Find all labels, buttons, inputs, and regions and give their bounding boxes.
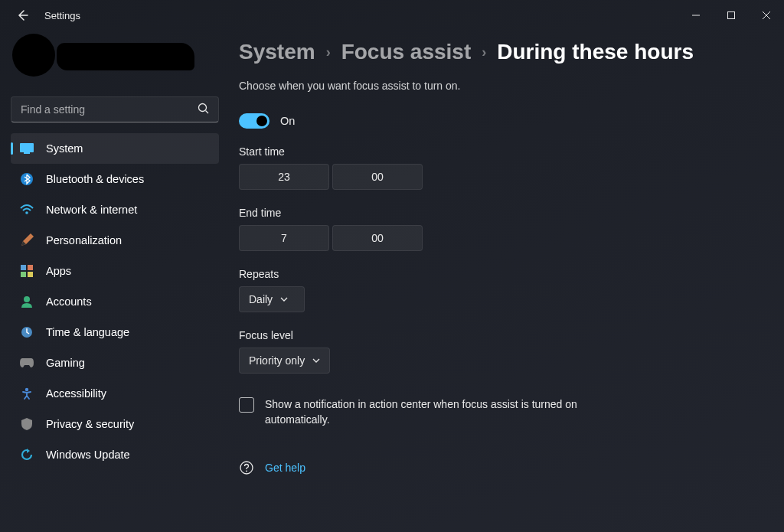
maximize-icon — [727, 11, 735, 19]
sidebar-item-personalization[interactable]: Personalization — [11, 225, 219, 256]
accessibility-icon — [18, 385, 35, 402]
svg-point-10 — [24, 296, 30, 302]
chevron-right-icon: › — [482, 44, 486, 60]
sidebar-item-label: Apps — [46, 265, 71, 277]
time-language-icon — [18, 324, 35, 341]
search-input[interactable] — [11, 96, 219, 122]
sidebar-item-label: Network & internet — [46, 204, 137, 216]
sidebar-item-network[interactable]: Network & internet — [11, 194, 219, 225]
sidebar-item-label: Accounts — [46, 295, 92, 308]
svg-rect-8 — [21, 272, 26, 277]
sidebar-item-system[interactable]: System — [11, 133, 219, 164]
sidebar-item-accounts[interactable]: Accounts — [11, 286, 219, 317]
back-button[interactable] — [11, 4, 34, 27]
windows-update-icon — [18, 446, 35, 463]
svg-rect-9 — [28, 272, 33, 277]
sidebar-item-label: Gaming — [46, 357, 85, 369]
sidebar-item-label: Accessibility — [46, 387, 106, 400]
end-time-label: End time — [239, 207, 769, 219]
chevron-down-icon — [280, 297, 288, 302]
start-minute-selector[interactable]: 00 — [332, 164, 423, 190]
svg-point-14 — [246, 470, 247, 472]
end-minute-selector[interactable]: 00 — [332, 225, 423, 251]
focus-level-label: Focus level — [239, 329, 769, 341]
sidebar-item-apps[interactable]: Apps — [11, 256, 219, 286]
sidebar-item-privacy[interactable]: Privacy & security — [11, 409, 219, 439]
on-toggle[interactable] — [239, 113, 270, 129]
sidebar-item-bluetooth[interactable]: Bluetooth & devices — [11, 164, 219, 194]
sidebar-item-label: Windows Update — [46, 449, 130, 461]
privacy-icon — [18, 416, 35, 432]
svg-point-5 — [25, 211, 28, 214]
accounts-icon — [18, 293, 35, 310]
repeats-dropdown[interactable]: Daily — [239, 286, 305, 312]
maximize-button[interactable] — [714, 0, 749, 31]
sidebar-item-label: Privacy & security — [46, 418, 134, 430]
sidebar-item-label: Bluetooth & devices — [46, 173, 144, 185]
sidebar-item-label: Personalization — [46, 234, 122, 246]
svg-point-12 — [25, 388, 28, 391]
svg-rect-0 — [728, 12, 735, 19]
sidebar-item-windows-update[interactable]: Windows Update — [11, 439, 219, 470]
breadcrumb-system[interactable]: System — [239, 40, 315, 64]
sidebar: System Bluetooth & devices Network & int… — [0, 31, 230, 532]
system-icon — [18, 140, 35, 157]
svg-point-1 — [199, 104, 207, 112]
breadcrumb-focus-assist[interactable]: Focus assist — [341, 40, 472, 64]
svg-rect-2 — [20, 143, 34, 152]
minimize-button[interactable] — [678, 0, 714, 31]
sidebar-item-time-language[interactable]: Time & language — [11, 317, 219, 348]
user-profile-block[interactable] — [11, 34, 219, 87]
toggle-knob — [256, 116, 267, 126]
search-icon — [198, 103, 210, 115]
gaming-icon — [18, 354, 35, 371]
page-subtitle: Choose when you want focus assist to tur… — [239, 80, 769, 92]
titlebar: Settings — [0, 0, 784, 31]
back-arrow-icon — [16, 9, 28, 21]
window-controls — [678, 0, 784, 31]
focus-level-dropdown[interactable]: Priority only — [239, 348, 330, 374]
start-hour-selector[interactable]: 23 — [239, 164, 329, 190]
end-hour-selector[interactable]: 7 — [239, 225, 329, 251]
repeats-value: Daily — [249, 293, 273, 305]
svg-rect-7 — [28, 265, 33, 270]
network-icon — [18, 201, 35, 218]
sidebar-item-label: System — [46, 142, 83, 155]
breadcrumb-during-hours: During these hours — [497, 40, 694, 64]
sidebar-item-gaming[interactable]: Gaming — [11, 348, 219, 378]
main-content: System › Focus assist › During these hou… — [230, 31, 784, 532]
breadcrumb: System › Focus assist › During these hou… — [239, 40, 769, 64]
toggle-label: On — [280, 115, 295, 127]
sidebar-item-label: Time & language — [46, 326, 129, 338]
chevron-down-icon — [312, 358, 320, 363]
chevron-right-icon: › — [326, 44, 331, 60]
notification-checkbox[interactable] — [239, 397, 254, 413]
help-icon — [239, 460, 254, 475]
notification-checkbox-label: Show a notification in action center whe… — [265, 397, 622, 428]
close-button[interactable] — [749, 0, 784, 31]
search-wrapper — [11, 96, 219, 122]
start-time-label: Start time — [239, 145, 769, 158]
user-avatar — [12, 34, 55, 77]
close-icon — [763, 11, 770, 19]
get-help-link[interactable]: Get help — [265, 462, 305, 474]
focus-level-value: Priority only — [249, 354, 305, 367]
personalization-icon — [18, 232, 35, 249]
minimize-icon — [692, 11, 700, 19]
bluetooth-icon — [18, 171, 35, 188]
repeats-label: Repeats — [239, 268, 769, 280]
svg-rect-3 — [24, 152, 30, 154]
svg-rect-6 — [21, 265, 26, 270]
user-name-redacted — [57, 43, 194, 70]
apps-icon — [18, 263, 35, 279]
sidebar-item-accessibility[interactable]: Accessibility — [11, 378, 219, 409]
window-title: Settings — [44, 10, 80, 21]
